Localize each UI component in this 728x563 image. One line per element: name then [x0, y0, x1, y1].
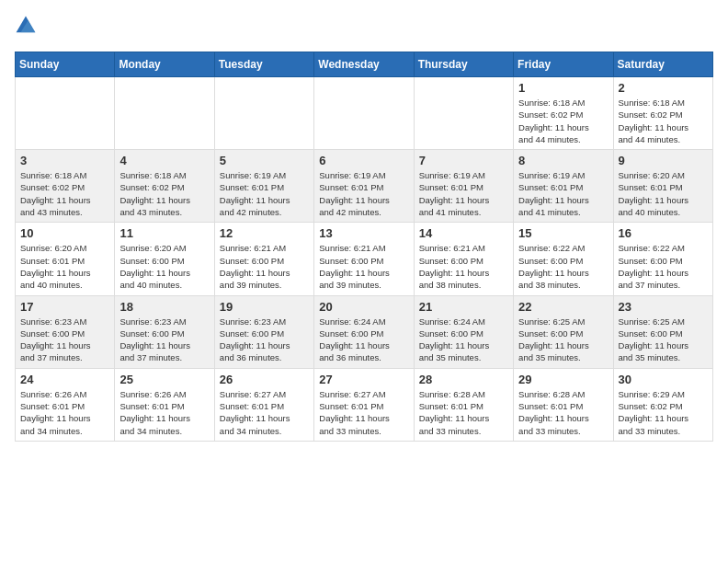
calendar-cell: 12Sunrise: 6:21 AM Sunset: 6:00 PM Dayli…: [214, 223, 313, 295]
day-number: 24: [20, 373, 109, 386]
calendar-cell: 7Sunrise: 6:19 AM Sunset: 6:01 PM Daylig…: [414, 150, 513, 223]
day-number: 5: [220, 154, 309, 167]
calendar-cell: 29Sunrise: 6:28 AM Sunset: 6:01 PM Dayli…: [514, 368, 613, 441]
calendar-cell: 4Sunrise: 6:18 AM Sunset: 6:02 PM Daylig…: [115, 150, 214, 223]
day-number: 15: [518, 226, 608, 240]
calendar-cell: 25Sunrise: 6:26 AM Sunset: 6:01 PM Dayli…: [115, 368, 214, 441]
calendar-cell: [115, 77, 214, 150]
day-info: Sunrise: 6:20 AM Sunset: 6:01 PM Dayligh…: [20, 242, 109, 291]
col-header-friday: Friday: [514, 52, 613, 77]
calendar-cell: 1Sunrise: 6:18 AM Sunset: 6:02 PM Daylig…: [514, 77, 613, 150]
day-info: Sunrise: 6:19 AM Sunset: 6:01 PM Dayligh…: [518, 169, 608, 218]
col-header-saturday: Saturday: [613, 52, 712, 77]
col-header-monday: Monday: [115, 52, 214, 77]
day-info: Sunrise: 6:27 AM Sunset: 6:01 PM Dayligh…: [220, 388, 309, 437]
calendar-cell: 9Sunrise: 6:20 AM Sunset: 6:01 PM Daylig…: [613, 150, 712, 223]
calendar-cell: 18Sunrise: 6:23 AM Sunset: 6:00 PM Dayli…: [115, 295, 214, 368]
day-number: 18: [119, 300, 209, 314]
day-info: Sunrise: 6:18 AM Sunset: 6:02 PM Dayligh…: [518, 97, 608, 145]
day-number: 1: [518, 81, 608, 95]
day-number: 3: [20, 154, 109, 167]
day-number: 17: [20, 300, 109, 314]
logo-icon: [15, 15, 37, 37]
calendar-cell: 2Sunrise: 6:18 AM Sunset: 6:02 PM Daylig…: [613, 77, 712, 150]
day-info: Sunrise: 6:18 AM Sunset: 6:02 PM Dayligh…: [20, 169, 109, 218]
calendar-cell: 14Sunrise: 6:21 AM Sunset: 6:00 PM Dayli…: [414, 223, 513, 295]
day-number: 11: [119, 226, 209, 240]
day-info: Sunrise: 6:20 AM Sunset: 6:00 PM Dayligh…: [119, 242, 209, 291]
day-number: 7: [419, 154, 508, 167]
day-number: 2: [619, 81, 708, 95]
calendar-cell: 22Sunrise: 6:25 AM Sunset: 6:00 PM Dayli…: [514, 295, 613, 368]
day-number: 10: [20, 226, 109, 240]
calendar-cell: 8Sunrise: 6:19 AM Sunset: 6:01 PM Daylig…: [514, 150, 613, 223]
day-number: 22: [518, 300, 608, 314]
day-info: Sunrise: 6:19 AM Sunset: 6:01 PM Dayligh…: [419, 169, 508, 218]
day-number: 23: [619, 300, 708, 314]
col-header-tuesday: Tuesday: [214, 52, 313, 77]
calendar-cell: 10Sunrise: 6:20 AM Sunset: 6:01 PM Dayli…: [16, 223, 115, 295]
calendar-cell: 30Sunrise: 6:29 AM Sunset: 6:02 PM Dayli…: [613, 368, 712, 441]
calendar-cell: 6Sunrise: 6:19 AM Sunset: 6:01 PM Daylig…: [314, 150, 414, 223]
day-info: Sunrise: 6:21 AM Sunset: 6:00 PM Dayligh…: [419, 242, 508, 291]
calendar-cell: 17Sunrise: 6:23 AM Sunset: 6:00 PM Dayli…: [16, 295, 115, 368]
calendar-cell: [414, 77, 513, 150]
day-info: Sunrise: 6:23 AM Sunset: 6:00 PM Dayligh…: [20, 316, 109, 364]
calendar-cell: 15Sunrise: 6:22 AM Sunset: 6:00 PM Dayli…: [514, 223, 613, 295]
day-info: Sunrise: 6:21 AM Sunset: 6:00 PM Dayligh…: [220, 242, 309, 291]
page-header: [15, 15, 713, 40]
calendar-cell: 3Sunrise: 6:18 AM Sunset: 6:02 PM Daylig…: [16, 150, 115, 223]
calendar-cell: [16, 77, 115, 150]
day-info: Sunrise: 6:26 AM Sunset: 6:01 PM Dayligh…: [119, 388, 209, 437]
calendar-cell: 16Sunrise: 6:22 AM Sunset: 6:00 PM Dayli…: [613, 223, 712, 295]
calendar-cell: 19Sunrise: 6:23 AM Sunset: 6:00 PM Dayli…: [214, 295, 313, 368]
day-number: 13: [319, 226, 408, 240]
day-number: 27: [319, 373, 408, 386]
day-number: 29: [518, 373, 608, 386]
day-info: Sunrise: 6:21 AM Sunset: 6:00 PM Dayligh…: [319, 242, 408, 291]
day-info: Sunrise: 6:18 AM Sunset: 6:02 PM Dayligh…: [119, 169, 209, 218]
calendar-cell: 5Sunrise: 6:19 AM Sunset: 6:01 PM Daylig…: [214, 150, 313, 223]
day-number: 4: [119, 154, 209, 167]
day-number: 12: [220, 226, 309, 240]
day-number: 20: [319, 300, 408, 314]
day-number: 26: [220, 373, 309, 386]
day-number: 21: [419, 300, 508, 314]
day-info: Sunrise: 6:27 AM Sunset: 6:01 PM Dayligh…: [319, 388, 408, 437]
calendar-cell: 11Sunrise: 6:20 AM Sunset: 6:00 PM Dayli…: [115, 223, 214, 295]
col-header-wednesday: Wednesday: [314, 52, 414, 77]
day-info: Sunrise: 6:23 AM Sunset: 6:00 PM Dayligh…: [119, 316, 209, 364]
day-info: Sunrise: 6:25 AM Sunset: 6:00 PM Dayligh…: [619, 316, 708, 364]
calendar-cell: 20Sunrise: 6:24 AM Sunset: 6:00 PM Dayli…: [314, 295, 414, 368]
day-info: Sunrise: 6:28 AM Sunset: 6:01 PM Dayligh…: [518, 388, 608, 437]
calendar-cell: 23Sunrise: 6:25 AM Sunset: 6:00 PM Dayli…: [613, 295, 712, 368]
day-number: 28: [419, 373, 508, 386]
day-info: Sunrise: 6:24 AM Sunset: 6:00 PM Dayligh…: [319, 316, 408, 364]
day-number: 25: [119, 373, 209, 386]
day-info: Sunrise: 6:22 AM Sunset: 6:00 PM Dayligh…: [518, 242, 608, 291]
col-header-thursday: Thursday: [414, 52, 513, 77]
day-number: 8: [518, 154, 608, 167]
calendar-table: SundayMondayTuesdayWednesdayThursdayFrid…: [15, 52, 713, 442]
day-info: Sunrise: 6:18 AM Sunset: 6:02 PM Dayligh…: [619, 97, 708, 145]
calendar-cell: 26Sunrise: 6:27 AM Sunset: 6:01 PM Dayli…: [214, 368, 313, 441]
calendar-cell: [214, 77, 313, 150]
day-info: Sunrise: 6:26 AM Sunset: 6:01 PM Dayligh…: [20, 388, 109, 437]
day-info: Sunrise: 6:25 AM Sunset: 6:00 PM Dayligh…: [518, 316, 608, 364]
day-number: 6: [319, 154, 408, 167]
day-number: 14: [419, 226, 508, 240]
day-number: 16: [619, 226, 708, 240]
logo: [15, 15, 40, 40]
calendar-cell: 21Sunrise: 6:24 AM Sunset: 6:00 PM Dayli…: [414, 295, 513, 368]
day-info: Sunrise: 6:28 AM Sunset: 6:01 PM Dayligh…: [419, 388, 508, 437]
day-info: Sunrise: 6:24 AM Sunset: 6:00 PM Dayligh…: [419, 316, 508, 364]
day-info: Sunrise: 6:29 AM Sunset: 6:02 PM Dayligh…: [619, 388, 708, 437]
day-info: Sunrise: 6:19 AM Sunset: 6:01 PM Dayligh…: [319, 169, 408, 218]
col-header-sunday: Sunday: [16, 52, 115, 77]
calendar-cell: 27Sunrise: 6:27 AM Sunset: 6:01 PM Dayli…: [314, 368, 414, 441]
day-number: 19: [220, 300, 309, 314]
day-number: 9: [619, 154, 708, 167]
calendar-cell: [314, 77, 414, 150]
day-info: Sunrise: 6:22 AM Sunset: 6:00 PM Dayligh…: [619, 242, 708, 291]
calendar-cell: 13Sunrise: 6:21 AM Sunset: 6:00 PM Dayli…: [314, 223, 414, 295]
